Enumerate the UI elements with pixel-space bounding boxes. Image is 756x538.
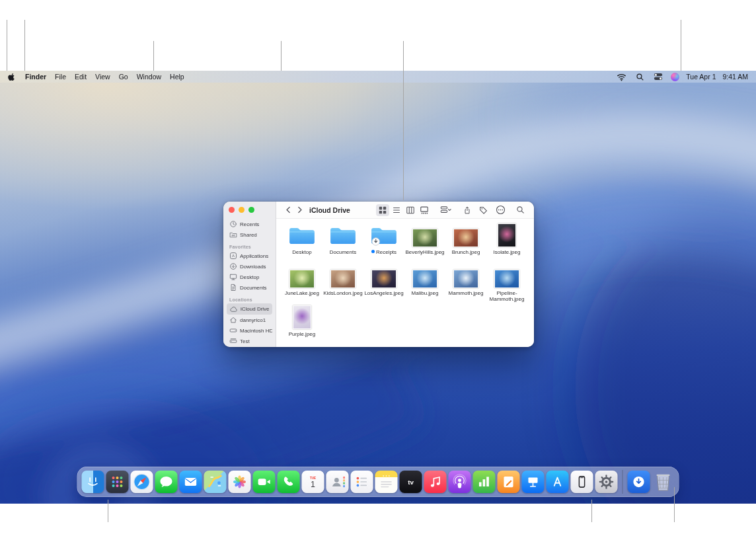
file-desktop[interactable]: Desktop [282,223,322,264]
dock-podcasts[interactable] [449,471,471,493]
apple-menu[interactable] [8,73,16,81]
view-icons-button[interactable] [376,204,389,216]
menu-edit[interactable]: Edit [75,73,87,81]
menu-go[interactable]: Go [119,73,128,81]
dock-safari[interactable] [131,471,153,493]
file-malibu-jpeg[interactable]: Malibu.jpeg [404,264,445,305]
file-mammoth-jpeg[interactable]: Mammoth.jpeg [445,264,486,305]
search-button[interactable] [515,204,526,215]
window-title: iCloud Drive [309,206,350,214]
spotlight-icon[interactable] [634,71,646,83]
dock-reminders[interactable] [351,471,373,493]
file-label: Pipeline-Mammoth.jpeg [487,290,527,303]
dock-iphone-mirroring[interactable] [571,471,593,493]
file-pipeline-mammoth-jpeg[interactable]: Pipeline-Mammoth.jpeg [486,264,527,305]
dock-music[interactable] [424,471,447,493]
file-label: Mammoth.jpeg [449,290,484,296]
more-actions-button[interactable] [494,204,507,216]
sidebar-item-label: Downloads [240,264,266,270]
control-center-icon[interactable] [652,71,664,83]
share-button[interactable] [462,205,472,215]
file-label: Desktop [292,249,311,255]
close-button[interactable] [229,207,235,213]
cloud-icon [229,305,238,313]
sidebar-item-icloud-drive[interactable]: iCloud Drive [227,303,272,315]
image-thumbnail [453,264,478,288]
document-icon [229,284,237,291]
siri-icon[interactable] [671,73,679,81]
sidebar-item-label: Recents [240,221,259,227]
dock-notes[interactable] [375,471,398,493]
sidebar-item-test[interactable]: Test [227,336,272,346]
dock-photos[interactable] [229,471,251,493]
sidebar-item-dannyrico1[interactable]: dannyrico1 [227,315,272,325]
view-gallery-button[interactable] [418,204,431,216]
active-app-name[interactable]: Finder [25,73,46,81]
menu-bar-time[interactable]: 9:41 AM [722,73,748,81]
desktop-icon [229,273,237,281]
dock-contacts[interactable] [326,471,349,493]
dock-pages[interactable] [498,471,520,493]
file-label: LosAngeles.jpeg [364,290,403,296]
dock-mail[interactable] [180,471,202,493]
dock-maps[interactable] [204,471,227,493]
file-beverlyhills-jpeg[interactable]: BeverlyHills.jpeg [404,223,445,264]
dock-downloads[interactable] [628,471,650,493]
menu-help[interactable]: Help [170,73,184,81]
file-purple-jpeg[interactable]: Purple.jpeg [282,305,322,346]
file-grid: DesktopDocumentsReceiptsBeverlyHills.jpe… [276,219,534,347]
file-junelake-jpeg[interactable]: JuneLake.jpeg [282,264,322,305]
menu-items: FileEditViewGoWindowHelp [55,73,184,81]
dock-finder[interactable] [82,471,104,493]
menu-view[interactable]: View [95,73,110,81]
menu-window[interactable]: Window [137,73,161,81]
dock-phone[interactable] [278,471,300,493]
sidebar-item-label: dannyrico1 [240,317,266,323]
back-button[interactable] [283,204,294,215]
dock-launchpad[interactable] [106,471,129,493]
sidebar-item-documents[interactable]: Documents [227,282,272,293]
view-columns-button[interactable] [404,204,417,216]
image-thumbnail [293,305,311,329]
internal-drive-icon [229,327,237,334]
dock-calendar[interactable]: TUE1 [302,471,324,493]
callout-dock-settings [591,500,592,522]
menu-bar-date[interactable]: Tue Apr 1 [686,73,716,81]
sidebar-item-downloads[interactable]: Downloads [227,261,272,272]
dock-appstore[interactable] [547,471,569,493]
file-kidslondon-jpeg[interactable]: KidsLondon.jpeg [322,264,363,305]
sidebar-item-shared[interactable]: Shared [227,229,272,240]
dock-tv[interactable]: tv [400,471,422,493]
desktop-wallpaper: Finder FileEditViewGoWindowHelp Tue Apr … [0,71,756,504]
file-brunch-jpeg[interactable]: Brunch.jpeg [445,223,486,264]
image-thumbnail [330,264,356,288]
zoom-button[interactable] [248,207,254,213]
callout-dock-trash [674,487,675,522]
tags-button[interactable] [478,204,489,215]
file-losangeles-jpeg[interactable]: LosAngeles.jpeg [363,264,404,305]
minimize-button[interactable] [239,207,245,213]
dock-keynote[interactable] [522,471,545,493]
menu-file[interactable]: File [55,73,66,81]
file-isolate-jpeg[interactable]: Isolate.jpeg [486,223,527,264]
dock-settings[interactable] [595,471,618,493]
sidebar-item-macintosh-hd[interactable]: Macintosh HD [227,325,272,336]
dock-messages[interactable] [155,471,178,493]
dock-facetime[interactable] [253,471,276,493]
sidebar-item-desktop[interactable]: Desktop [227,272,272,282]
wifi-icon[interactable] [615,71,628,83]
group-by-button[interactable] [439,204,453,216]
sidebar-item-applications[interactable]: AApplications [227,250,272,261]
dock-trash[interactable] [652,471,675,493]
file-receipts[interactable]: Receipts [363,223,404,264]
forward-button[interactable] [294,204,305,215]
view-list-button[interactable] [390,204,403,216]
file-label: Purple.jpeg [289,331,315,337]
dock-numbers[interactable] [473,471,496,493]
sidebar-item-recents[interactable]: Recents [227,219,272,229]
file-documents[interactable]: Documents [322,223,363,264]
file-label: Documents [330,249,356,255]
file-label: BeverlyHills.jpeg [405,249,444,255]
clock-icon [229,220,237,228]
svg-text:A: A [232,254,235,258]
